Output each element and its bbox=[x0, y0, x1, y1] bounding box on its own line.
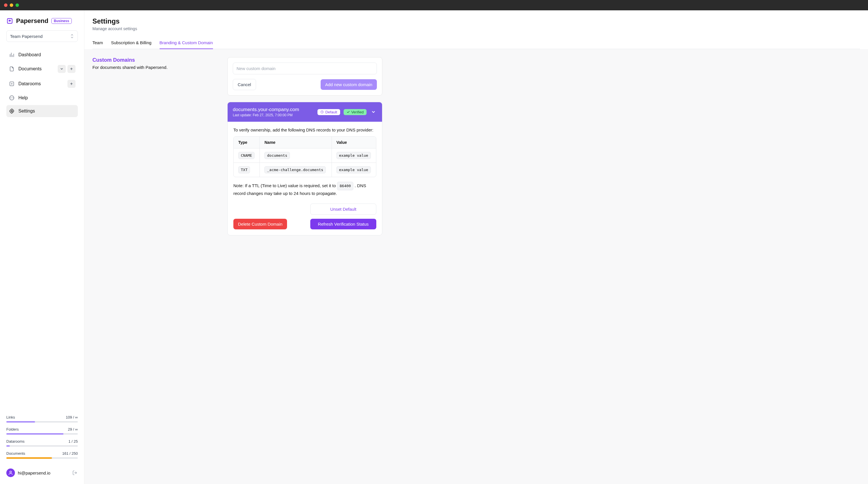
tab-branding[interactable]: Branding & Custom Domain bbox=[160, 37, 213, 49]
avatar[interactable] bbox=[6, 468, 15, 477]
sidebar-item-help[interactable]: Help bbox=[6, 92, 78, 104]
sidebar: Papersend Business Team Papersend Dashbo… bbox=[0, 10, 84, 484]
chevrons-icon bbox=[70, 34, 74, 39]
tab-team[interactable]: Team bbox=[92, 37, 103, 49]
svg-point-5 bbox=[10, 471, 11, 473]
svg-rect-1 bbox=[10, 82, 13, 86]
sidebar-item-label: Documents bbox=[19, 66, 54, 71]
usage-bar-fill bbox=[6, 445, 10, 447]
usage-folders: Folders29 / ∞ bbox=[6, 427, 78, 435]
sidebar-item-dashboard[interactable]: Dashboard bbox=[6, 49, 78, 61]
sidebar-item-documents[interactable]: Documents + bbox=[6, 62, 78, 76]
dns-type[interactable]: TXT bbox=[238, 166, 250, 173]
user-email: hi@papersend.io bbox=[18, 471, 69, 475]
dns-name[interactable]: documents bbox=[265, 152, 290, 159]
page-header: Settings Manage account settings Team Su… bbox=[84, 10, 868, 49]
sidebar-item-label: Dashboard bbox=[19, 52, 75, 57]
domain-updated: Last update: Feb 27, 2025, 7:00:00 PM bbox=[233, 113, 314, 117]
window-maximize-button[interactable] bbox=[16, 3, 19, 7]
documents-add-button[interactable]: + bbox=[67, 65, 75, 73]
usage-bar-fill bbox=[6, 433, 63, 435]
domain-name: documents.your-company.com bbox=[233, 107, 314, 113]
usage-label: Datarooms bbox=[6, 439, 25, 444]
new-domain-card: Cancel Add new custom domain bbox=[227, 57, 382, 96]
domain-card: documents.your-company.com Last update: … bbox=[227, 102, 382, 235]
logout-button[interactable] bbox=[72, 470, 78, 476]
dns-col-value: Value bbox=[332, 137, 376, 148]
logo-text: Papersend bbox=[16, 17, 49, 25]
page-title: Settings bbox=[92, 17, 860, 25]
sidebar-item-datarooms[interactable]: Datarooms + bbox=[6, 77, 78, 91]
plan-badge: Business bbox=[51, 18, 72, 24]
window-minimize-button[interactable] bbox=[10, 3, 13, 7]
help-icon bbox=[9, 95, 15, 101]
titlebar bbox=[0, 0, 868, 10]
section-description: For documents shared with Papersend. bbox=[92, 65, 202, 70]
usage-label: Documents bbox=[6, 451, 25, 456]
dns-table: Type Name Value CNAME documents bbox=[234, 137, 376, 177]
tab-subscription[interactable]: Subscription & Billing bbox=[111, 37, 152, 49]
sidebar-item-label: Help bbox=[19, 95, 75, 100]
svg-point-4 bbox=[11, 111, 12, 112]
sidebar-item-label: Datarooms bbox=[19, 81, 64, 86]
user-footer: hi@papersend.io bbox=[6, 463, 78, 477]
dashboard-icon bbox=[9, 52, 15, 58]
verify-instruction: To verify ownership, add the following D… bbox=[234, 127, 376, 132]
team-selector[interactable]: Team Papersend bbox=[6, 30, 78, 42]
logo: Papersend Business bbox=[6, 17, 78, 25]
delete-domain-button[interactable]: Delete Custom Domain bbox=[234, 219, 287, 230]
sidebar-item-settings[interactable]: Settings bbox=[6, 105, 78, 117]
dns-type[interactable]: CNAME bbox=[238, 152, 255, 159]
sidebar-item-label: Settings bbox=[19, 109, 75, 114]
document-icon bbox=[9, 66, 15, 72]
window-close-button[interactable] bbox=[4, 3, 7, 7]
usage-bar-fill bbox=[6, 457, 52, 459]
gear-icon bbox=[9, 108, 15, 114]
documents-expand-button[interactable] bbox=[58, 65, 66, 73]
usage-value: 29 / ∞ bbox=[68, 427, 78, 431]
dns-col-type: Type bbox=[234, 137, 259, 148]
section-header: Custom Domains For documents shared with… bbox=[92, 57, 202, 476]
usage-label: Links bbox=[6, 415, 15, 419]
main-content: Settings Manage account settings Team Su… bbox=[84, 10, 868, 484]
dns-value[interactable]: example value bbox=[336, 166, 371, 173]
team-selector-label: Team Papersend bbox=[10, 34, 42, 39]
page-subtitle: Manage account settings bbox=[92, 26, 860, 31]
cancel-button[interactable]: Cancel bbox=[233, 79, 256, 90]
usage-value: 1 / 25 bbox=[68, 439, 78, 444]
dns-name[interactable]: _acme-challenge.documents bbox=[265, 166, 326, 173]
usage-value: 109 / ∞ bbox=[66, 415, 78, 419]
dns-col-name: Name bbox=[259, 137, 331, 148]
dns-value[interactable]: example value bbox=[336, 152, 371, 159]
usage-documents: Documents161 / 250 bbox=[6, 451, 78, 459]
ttl-note: Note: If a TTL (Time to Live) value is r… bbox=[234, 182, 376, 196]
usage-label: Folders bbox=[6, 427, 19, 431]
domain-header: documents.your-company.com Last update: … bbox=[228, 102, 382, 122]
unset-default-button[interactable]: Unset Default bbox=[310, 204, 376, 215]
usage-datarooms: Datarooms1 / 25 bbox=[6, 439, 78, 447]
dataroom-icon bbox=[9, 81, 15, 87]
logo-icon bbox=[6, 18, 13, 24]
add-domain-button[interactable]: Add new custom domain bbox=[321, 79, 377, 90]
nav-list: Dashboard Documents + Datarooms + bbox=[6, 49, 78, 117]
svg-point-2 bbox=[11, 83, 12, 84]
ttl-value: 86400 bbox=[337, 182, 353, 190]
dns-row: TXT _acme-challenge.documents example va… bbox=[234, 163, 376, 177]
usage-links: Links109 / ∞ bbox=[6, 415, 78, 423]
usage-section: Links109 / ∞ Folders29 / ∞ Datarooms1 / … bbox=[6, 415, 78, 463]
dns-row: CNAME documents example value bbox=[234, 148, 376, 163]
usage-value: 161 / 250 bbox=[62, 451, 78, 456]
new-domain-input[interactable] bbox=[233, 63, 377, 74]
verified-badge: Verified bbox=[344, 109, 367, 115]
refresh-verification-button[interactable]: Refresh Verification Status bbox=[310, 219, 376, 230]
datarooms-add-button[interactable]: + bbox=[67, 80, 75, 88]
usage-bar-fill bbox=[6, 421, 35, 423]
section-heading: Custom Domains bbox=[92, 57, 202, 63]
domain-body: To verify ownership, add the following D… bbox=[228, 122, 382, 235]
default-badge: Default bbox=[317, 109, 340, 115]
tabs: Team Subscription & Billing Branding & C… bbox=[92, 37, 860, 49]
collapse-toggle[interactable] bbox=[370, 109, 377, 115]
